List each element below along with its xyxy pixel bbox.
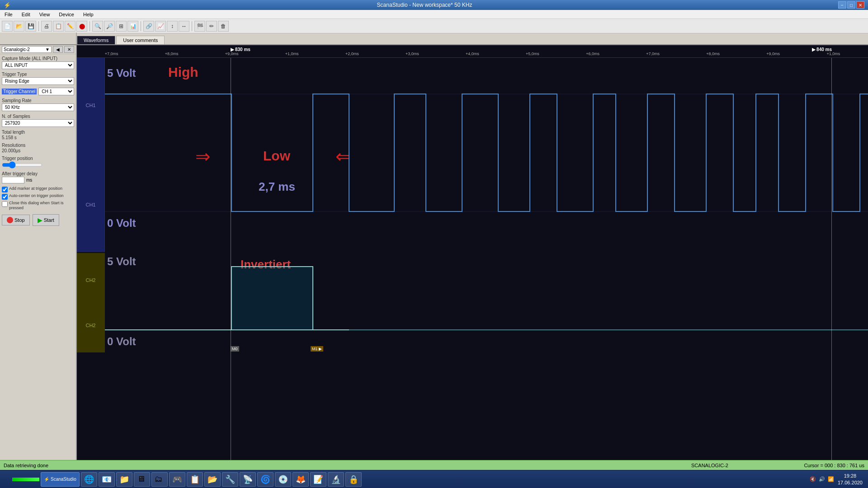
tick-8ms-2: +8,0ms	[706, 52, 720, 56]
capture-mode-label: Capture Mode (ALL INPUT)	[2, 56, 74, 61]
menu-device[interactable]: Device	[54, 11, 79, 18]
svg-rect-4	[231, 267, 313, 330]
files-icon: 📂	[208, 474, 217, 484]
total-length-label: Total length	[2, 130, 74, 135]
taskbar-mail[interactable]: 📧	[99, 472, 115, 487]
device-config-button[interactable]: ◀	[53, 46, 63, 53]
taskbar-ie[interactable]: 🌐	[81, 472, 97, 487]
trigger-type-row: Trigger Type Rising Edge	[2, 72, 74, 85]
tool8[interactable]: 📈	[155, 21, 166, 32]
mail-icon: 📧	[102, 474, 112, 484]
open-button[interactable]: 📂	[14, 21, 24, 32]
menubar: File Edit View Device Help	[0, 10, 868, 19]
marker-m0: M0	[231, 346, 239, 352]
taskbar-network[interactable]: 📡	[240, 472, 256, 487]
taskbar-explorer[interactable]: 🗂	[151, 472, 168, 487]
minimize-button[interactable]: −	[838, 1, 846, 9]
taskbar-tools[interactable]: 🔧	[222, 472, 238, 487]
close-button[interactable]: ✕	[856, 1, 864, 9]
print-button[interactable]: 🖨	[41, 21, 52, 32]
trigger-position-container	[2, 161, 74, 169]
start-icon: ▶	[38, 216, 42, 224]
total-length-value: 5.158 s	[2, 135, 74, 140]
taskbar-scanner[interactable]: 🔬	[328, 472, 344, 487]
menu-view[interactable]: View	[35, 11, 55, 18]
taskbar-firefox[interactable]: 🦊	[292, 472, 309, 487]
marker-m1: M1 ▶	[311, 346, 323, 352]
status-center: SCANALOGIC-2	[665, 463, 755, 468]
tick-9ms: +9,0ms	[225, 52, 239, 56]
tick-6ms-2: +6,0ms	[586, 52, 599, 56]
taskbar-word[interactable]: 📝	[310, 472, 326, 487]
stop-icon	[7, 217, 13, 223]
toolbar: 📄 📂 💾 🖨 📋 ✏️ ⬤ 🔍 🔎 ⊞ 📊 🔗 📈 ↕ ↔ 🏁 ✏ 🗑	[0, 19, 868, 33]
taskbar-scanalogic[interactable]: ⚡ ScanaStudio	[41, 472, 80, 487]
menu-help[interactable]: Help	[79, 11, 98, 18]
taskbar-security[interactable]: 🔒	[345, 472, 362, 487]
time-ruler: ▶ 830 ms ▶ 840 ms +7,0ms +8,0ms +9,0ms +…	[77, 45, 868, 58]
scanalogic-label: ScanaStudio	[51, 477, 76, 482]
save-button[interactable]: 💾	[25, 21, 36, 32]
trigger-position-slider[interactable]	[2, 161, 42, 169]
main-area: Scanalogic-2 ▼ ◀ ✕ Capture Mode (ALL INP…	[0, 45, 868, 460]
stop-button[interactable]: Stop	[2, 215, 30, 225]
taskbar-display[interactable]: 🖥	[134, 472, 150, 487]
menu-edit[interactable]: Edit	[17, 11, 35, 18]
sampling-rate-select[interactable]: 50 KHz	[2, 103, 74, 111]
toolbar-separator-2	[90, 21, 90, 31]
menu-file[interactable]: File	[0, 11, 17, 18]
marker-m1-arrow: ▶	[319, 347, 322, 351]
capture-mode-select[interactable]: ALL INPUT	[2, 61, 74, 69]
device-name: Scanalogic-2	[4, 47, 30, 52]
start-button[interactable]: ▶ Start	[33, 214, 59, 226]
new-button[interactable]: 📄	[2, 21, 13, 32]
taskbar-disc[interactable]: 💿	[275, 472, 291, 487]
tab-user-comments[interactable]: User comments	[116, 36, 165, 44]
ch1-top-label: CH1	[85, 103, 95, 108]
tool6[interactable]: 📊	[127, 21, 138, 32]
folder-icon: 📁	[119, 474, 129, 484]
device-close-button[interactable]: ✕	[64, 46, 74, 53]
explorer-icon: 🗂	[155, 474, 165, 484]
tool13[interactable]: 🗑	[218, 21, 229, 32]
tool5[interactable]: ⊞	[116, 21, 127, 32]
scanner-icon: 🔬	[331, 474, 341, 484]
close-dialog-checkbox[interactable]	[2, 201, 8, 207]
zoom-out-button[interactable]: 🔎	[104, 21, 115, 32]
toolbar-separator-3	[141, 21, 141, 31]
add-marker-label: Add marker at trigger position	[9, 186, 62, 191]
add-marker-checkbox[interactable]	[2, 187, 8, 192]
waveform-area[interactable]: ▶ 830 ms ▶ 840 ms +7,0ms +8,0ms +9,0ms +…	[77, 45, 868, 460]
checkbox-close-dialog-row: Close this dialog when Start is pressed	[2, 201, 74, 211]
tool12[interactable]: ✏	[206, 21, 217, 32]
n-samples-select[interactable]: 257920	[2, 119, 74, 127]
tool10[interactable]: ↔	[179, 21, 189, 32]
taskbar-folder[interactable]: 📁	[116, 472, 132, 487]
tool7[interactable]: 🔗	[143, 21, 154, 32]
taskbar-clipboard[interactable]: 📋	[187, 472, 203, 487]
tab-waveforms[interactable]: Waveforms	[77, 36, 115, 44]
close-dialog-label: Close this dialog when Start is pressed	[9, 201, 74, 211]
ch1-bottom-label: CH1	[85, 202, 95, 207]
auto-center-label: Auto-center on trigger position	[9, 193, 64, 198]
word-icon: 📝	[313, 474, 323, 484]
n-samples-label: N. of Samples	[2, 114, 74, 119]
taskbar-filezilla[interactable]: 🌀	[257, 472, 274, 487]
trigger-channel-badge: Trigger Channel	[2, 89, 37, 94]
after-trigger-delay-input[interactable]: 0	[2, 177, 24, 183]
tick-9ms-2: +9,0ms	[766, 52, 780, 56]
tool11[interactable]: 🏁	[194, 21, 205, 32]
taskbar-game[interactable]: 🎮	[169, 472, 185, 487]
tab-bar: Waveforms User comments	[0, 33, 868, 45]
taskbar-files[interactable]: 📂	[204, 472, 221, 487]
tool4[interactable]: ⬤	[76, 21, 87, 32]
maximize-button[interactable]: □	[847, 1, 855, 9]
trigger-type-select[interactable]: Rising Edge	[2, 77, 74, 85]
tool3[interactable]: ✏️	[65, 21, 75, 32]
tool2[interactable]: 📋	[53, 21, 64, 32]
zoom-in-button[interactable]: 🔍	[92, 21, 103, 32]
trigger-channel-select[interactable]: CH 1	[38, 88, 74, 95]
tool9[interactable]: ↕	[167, 21, 178, 32]
ch1-label-area: CH1 CH1	[77, 58, 105, 252]
auto-center-checkbox[interactable]	[2, 194, 8, 200]
